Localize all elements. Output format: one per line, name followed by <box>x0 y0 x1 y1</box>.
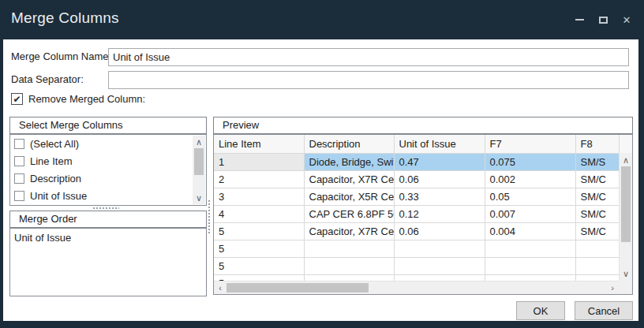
remove-merged-column-checkbox[interactable]: ✔ Remove Merged Column: <box>11 93 145 105</box>
table-cell[interactable]: 0.06 <box>394 170 485 188</box>
title-bar[interactable]: Merge Columns ✕ <box>0 0 644 39</box>
table-cell[interactable] <box>304 257 394 274</box>
scrollbar-thumb[interactable] <box>194 148 204 175</box>
column-header[interactable]: F7 <box>485 135 575 153</box>
close-icon: ✕ <box>623 14 631 26</box>
column-header[interactable]: F8 <box>575 135 619 153</box>
merge-column-option[interactable]: Line Item <box>10 152 193 170</box>
table-cell[interactable]: 5 <box>214 240 304 257</box>
checkbox-unchecked-icon[interactable] <box>14 139 24 149</box>
table-cell[interactable]: 2 <box>214 170 304 188</box>
table-cell[interactable]: SM/S <box>575 153 619 170</box>
data-separator-label: Data Separator: <box>11 73 84 85</box>
checkbox-checked-icon[interactable]: ✔ <box>11 93 23 105</box>
minimize-icon <box>575 19 584 20</box>
scroll-up-icon[interactable]: ∧ <box>193 136 205 147</box>
table-cell[interactable]: 5 <box>214 222 304 240</box>
minimize-button[interactable] <box>570 11 589 28</box>
table-row[interactable]: 2Capacitor, X7R Cer...0.060.002SM/C <box>214 170 632 188</box>
checkbox-unchecked-icon[interactable] <box>14 173 24 184</box>
select-merge-columns-header: Select Merge Columns <box>9 117 207 134</box>
table-cell[interactable]: 5 <box>214 257 304 274</box>
data-separator-input[interactable] <box>108 71 629 89</box>
scrollbar-thumb[interactable] <box>227 283 369 293</box>
merge-column-option[interactable]: (Select All) <box>10 135 193 152</box>
table-cell[interactable] <box>485 257 575 274</box>
table-cell[interactable] <box>304 240 394 257</box>
preview-horizontal-scrollbar[interactable]: ‹ › <box>214 281 619 294</box>
table-cell[interactable]: SM/C <box>575 188 619 205</box>
table-cell[interactable] <box>394 257 485 274</box>
option-label: Unit of Issue <box>30 190 87 202</box>
table-cell[interactable] <box>575 257 619 274</box>
table-cell[interactable]: 0.075 <box>485 153 575 170</box>
preview-header: Preview <box>213 117 633 134</box>
scroll-up-icon[interactable]: ∧ <box>620 155 632 166</box>
merge-order-list: Unit of Issue <box>9 228 207 296</box>
table-cell[interactable]: SM/C <box>575 170 619 188</box>
merge-order-header: Merge Order <box>9 211 207 228</box>
scroll-down-icon[interactable]: ∨ <box>620 268 632 279</box>
option-label: Description <box>30 173 81 184</box>
remove-merged-column-label: Remove Merged Column: <box>28 93 145 105</box>
scrollbar-thumb[interactable] <box>621 166 631 242</box>
cancel-button[interactable]: Cancel <box>575 301 633 320</box>
select-list-vertical-scrollbar[interactable]: ∧ ∨ <box>193 136 205 204</box>
preview-vertical-scrollbar[interactable]: ∧ ∨ <box>619 153 632 281</box>
scroll-left-icon[interactable]: ‹ <box>215 282 225 293</box>
option-label: Line Item <box>30 155 72 167</box>
table-row[interactable]: 1Diode, Bridge, Swit...0.470.075SM/S <box>214 153 632 170</box>
table-row[interactable]: 4CAP CER 6.8PF 50V...0.120.007SM/C <box>214 205 632 222</box>
table-row[interactable]: 3Capacitor, X5R Cer...0.330.05SM/C <box>214 188 632 205</box>
table-cell[interactable]: SM/C <box>575 222 619 240</box>
table-cell[interactable]: SM/C <box>575 205 619 222</box>
merge-column-option[interactable] <box>10 204 193 206</box>
table-cell[interactable]: 0.05 <box>485 188 575 205</box>
table-cell[interactable]: 1 <box>214 153 304 170</box>
column-header[interactable]: Unit of Issue <box>394 135 485 153</box>
close-button[interactable]: ✕ <box>617 11 636 28</box>
table-cell[interactable]: 0.002 <box>485 170 575 188</box>
preview-grid: Line ItemDescriptionUnit of IssueF7F8 1D… <box>213 134 633 295</box>
merge-order-item[interactable]: Unit of Issue <box>10 229 206 244</box>
maximize-button[interactable] <box>593 11 612 28</box>
merge-column-option[interactable]: Unit of Issue <box>10 187 193 204</box>
checkbox-unchecked-icon[interactable] <box>14 156 24 166</box>
merge-column-options: (Select All)Line ItemDescriptionUnit of … <box>10 135 193 206</box>
table-row[interactable]: 5Capacitor, X7R Cer...0.060.004SM/C <box>214 222 632 240</box>
table-cell[interactable]: Capacitor, X7R Cer... <box>304 170 394 188</box>
header-row: Line ItemDescriptionUnit of IssueF7F8 <box>214 135 632 153</box>
table-cell[interactable]: 0.12 <box>394 205 485 222</box>
scroll-down-icon[interactable]: ∨ <box>193 192 205 203</box>
table-cell[interactable]: 0.007 <box>485 205 575 222</box>
merge-column-name-label: Merge Column Name: <box>11 50 111 62</box>
table-row[interactable]: 5 <box>214 240 632 257</box>
table-cell[interactable]: CAP CER 6.8PF 50V... <box>304 205 394 222</box>
table-cell[interactable]: Capacitor, X5R Cer... <box>304 188 394 205</box>
merge-column-name-input[interactable] <box>108 48 629 66</box>
table-cell[interactable]: 0.06 <box>394 222 485 240</box>
table-cell[interactable]: 3 <box>214 188 304 205</box>
column-header[interactable]: Line Item <box>214 135 304 153</box>
table-cell[interactable] <box>394 240 485 257</box>
table-cell[interactable]: Diode, Bridge, Swit... <box>304 153 394 170</box>
window-title: Merge Columns <box>11 0 119 36</box>
checkbox-unchecked-icon[interactable] <box>14 191 24 201</box>
table-cell[interactable]: 0.004 <box>485 222 575 240</box>
option-label: (Select All) <box>30 138 79 150</box>
ok-button[interactable]: OK <box>516 301 565 320</box>
table-cell[interactable] <box>575 240 619 257</box>
scroll-right-icon[interactable]: › <box>608 282 617 293</box>
table-row[interactable]: 5 <box>214 257 632 274</box>
table-cell[interactable]: 0.33 <box>394 188 485 205</box>
table-cell[interactable]: Capacitor, X7R Cer... <box>304 222 394 240</box>
preview-table: Line ItemDescriptionUnit of IssueF7F8 1D… <box>214 135 632 293</box>
table-cell[interactable] <box>485 240 575 257</box>
column-header[interactable]: Description <box>304 135 394 153</box>
select-merge-columns-list: (Select All)Line ItemDescriptionUnit of … <box>9 134 207 206</box>
table-cell[interactable]: 0.47 <box>394 153 485 170</box>
vertical-splitter[interactable] <box>208 199 211 234</box>
table-cell[interactable]: 4 <box>214 205 304 222</box>
horizontal-splitter[interactable] <box>92 207 119 210</box>
merge-column-option[interactable]: Description <box>10 170 193 187</box>
